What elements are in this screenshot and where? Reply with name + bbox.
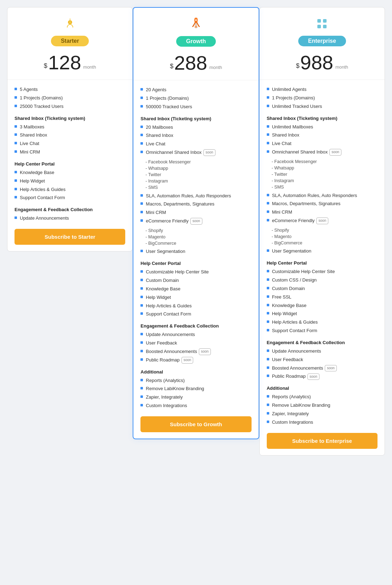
bullet-icon bbox=[140, 250, 143, 252]
list-item: Shared Inbox bbox=[15, 132, 125, 139]
basics-list-starter: 5 Agents1 Projects (Domains)25000 Tracke… bbox=[15, 86, 125, 110]
feature-text: Reports (Analytics) bbox=[146, 377, 185, 384]
section-list-starter: 3 MailboxesShared InboxLive ChatMini CRM bbox=[15, 124, 125, 156]
feature-text: Shared Inbox bbox=[272, 132, 299, 139]
feature-text: Zapier, Integrately bbox=[146, 394, 183, 401]
list-item: Help Widget bbox=[267, 311, 377, 317]
bullet-icon bbox=[267, 329, 269, 331]
subscribe-button-growth[interactable]: Subscribe to Growth bbox=[140, 416, 251, 432]
feature-text: Custom Integrations bbox=[272, 419, 313, 426]
bullet-icon bbox=[267, 412, 269, 415]
feature-text: SLA, Automation Rules, Auto Responders bbox=[272, 192, 357, 199]
soon-badge: soon bbox=[203, 149, 215, 156]
feature-text: Mini CRM bbox=[272, 209, 292, 216]
list-item: 1 Projects (Domains) bbox=[15, 95, 125, 102]
feature-text: Boosted Announcementssoon bbox=[146, 348, 211, 355]
svg-rect-3 bbox=[317, 19, 321, 23]
sub-items: - Facebook Messenger- Whatsapp- Twitter-… bbox=[267, 158, 317, 191]
bullet-icon bbox=[267, 88, 269, 90]
feature-text: User Feedback bbox=[146, 340, 177, 347]
list-item: Support Contact Form bbox=[140, 311, 251, 318]
bullet-icon bbox=[140, 358, 143, 361]
list-item: eCommerce Friendlysoon- Shopify- Magento… bbox=[267, 218, 377, 246]
feature-text: Custom Domain bbox=[272, 285, 305, 292]
list-item: Support Contact Form bbox=[15, 195, 125, 201]
list-item: Custom Domain bbox=[140, 277, 251, 284]
list-item: Knowledge Base bbox=[15, 169, 125, 176]
list-item: Zapier, Integrately bbox=[140, 394, 251, 401]
bullet-icon bbox=[140, 395, 143, 398]
bullet-icon bbox=[140, 202, 143, 205]
bullet-icon bbox=[267, 219, 269, 221]
feature-text: 500000 Tracked Users bbox=[146, 104, 192, 110]
feature-text: Live Chat bbox=[146, 141, 165, 147]
price-amount-starter: 128 bbox=[48, 53, 81, 73]
list-item: Macros, Departments, Signatures bbox=[267, 201, 377, 207]
feature-text: 1 Projects (Domains) bbox=[146, 95, 189, 102]
plan-price-growth: $288month bbox=[140, 53, 251, 73]
bullet-icon bbox=[267, 105, 269, 107]
bullet-icon bbox=[15, 125, 17, 128]
bullet-icon bbox=[140, 312, 143, 315]
bullet-icon bbox=[267, 287, 269, 289]
list-item: Free SSL bbox=[267, 294, 377, 301]
section-list-enterprise: Reports (Analytics)Remove LabiKnow Brand… bbox=[267, 394, 377, 425]
bullet-icon bbox=[267, 133, 269, 136]
svg-point-2 bbox=[195, 19, 197, 21]
bullet-icon bbox=[140, 404, 143, 406]
sub-item: - Instagram bbox=[145, 178, 191, 184]
sub-item: - Whatsapp bbox=[272, 165, 317, 171]
list-item: Mini CRM bbox=[267, 209, 377, 216]
list-item: Unlimited Mailboxes bbox=[267, 124, 377, 131]
section-title-enterprise: Shared Inbox (Ticketing system) bbox=[267, 116, 377, 121]
section-title-enterprise: Engagement & Feedback Collection bbox=[267, 340, 377, 345]
subscribe-button-enterprise[interactable]: Subscribe to Enterprise bbox=[267, 433, 377, 449]
list-item: Customizable Help Center Site bbox=[140, 269, 251, 276]
feature-text: 1 Projects (Domains) bbox=[20, 95, 63, 102]
list-item: Help Articles & Guides bbox=[15, 186, 125, 193]
bullet-icon bbox=[267, 295, 269, 298]
bullet-icon bbox=[267, 270, 269, 272]
bullet-icon bbox=[15, 133, 17, 136]
list-item: Unlimited Agents bbox=[267, 86, 377, 93]
list-item: User Feedback bbox=[267, 357, 377, 363]
list-item: Omnichannel Shared Inboxsoon- Facebook M… bbox=[140, 149, 251, 191]
bullet-icon bbox=[267, 404, 269, 406]
feature-text: 5 Agents bbox=[20, 86, 38, 93]
section-title-growth: Additional bbox=[140, 369, 251, 375]
bullet-icon bbox=[267, 304, 269, 306]
bullet-icon bbox=[267, 395, 269, 398]
feature-text: Update Announcements bbox=[20, 215, 69, 222]
feature-text: Unlimited Agents bbox=[272, 86, 307, 93]
feature-text: Omnichannel Shared Inboxsoon bbox=[146, 149, 215, 156]
svg-rect-5 bbox=[317, 25, 321, 28]
feature-text: Custom Domain bbox=[146, 277, 179, 284]
section-title-enterprise: Help Center Portal bbox=[267, 260, 377, 266]
list-item: User Segmentation bbox=[140, 248, 251, 255]
svg-point-0 bbox=[68, 21, 72, 24]
feature-text: Macros, Departments, Signatures bbox=[146, 201, 214, 208]
subscribe-button-starter[interactable]: Subscribe to Starter bbox=[15, 229, 125, 245]
list-item: Help Widget bbox=[15, 178, 125, 185]
price-period-starter: month bbox=[83, 64, 96, 70]
plan-price-starter: $128month bbox=[15, 53, 125, 73]
price-amount-enterprise: 988 bbox=[300, 53, 333, 73]
list-item: eCommerce Friendlysoon- Shopify- Magento… bbox=[140, 218, 251, 247]
svg-rect-4 bbox=[323, 19, 327, 23]
list-item: Help Widget bbox=[140, 294, 251, 301]
list-item: 500000 Tracked Users bbox=[140, 104, 251, 110]
bullet-icon bbox=[15, 150, 17, 153]
sub-item: - BigCommerce bbox=[272, 240, 302, 246]
list-item: 1 Projects (Domains) bbox=[267, 95, 377, 102]
feature-text: Customizable Help Center Site bbox=[272, 268, 335, 275]
feature-text: Public Roadmapsoon bbox=[272, 373, 319, 380]
list-item: Custom Integrations bbox=[140, 402, 251, 409]
sub-item: - Magento bbox=[272, 233, 302, 240]
bullet-icon bbox=[267, 194, 269, 196]
feature-text: Update Announcements bbox=[146, 331, 195, 338]
soon-badge: soon bbox=[307, 373, 319, 380]
list-item: Custom CSS / Design bbox=[267, 277, 377, 284]
section-title-starter: Help Center Portal bbox=[15, 161, 125, 167]
list-item: 25000 Tracked Users bbox=[15, 103, 125, 110]
bullet-icon bbox=[140, 341, 143, 344]
